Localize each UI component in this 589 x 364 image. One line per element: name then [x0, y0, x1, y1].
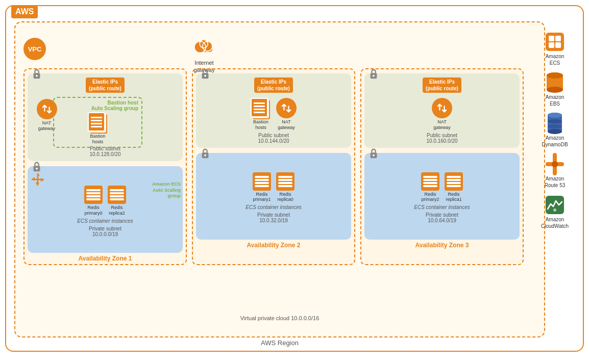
lock-icon-1 [32, 68, 42, 80]
bastion-asg-label: Bastion hostAuto Scaling group [57, 100, 138, 111]
redis-replica0: Redisreplica0 [276, 172, 294, 203]
svg-point-10 [36, 168, 38, 170]
az-label-1: Availability Zone 1 [28, 255, 183, 262]
elastic-ip-badge-2: Elastic IPs(public route) [254, 77, 293, 93]
svg-rect-24 [555, 42, 561, 48]
route53-icon [545, 154, 565, 174]
redis-primary0: Redisprimary0 [84, 186, 103, 216]
bastion-hosts-1: Bastionhosts [83, 112, 113, 145]
ecs-container-label-2: ECS container instances [200, 204, 347, 210]
svg-point-37 [552, 161, 558, 167]
private-subnet-3: Redisprimary2 Redisreplica1 [364, 153, 520, 240]
vpc-cidr-label: Virtual private cloud 10.0.0.0/16 [15, 315, 544, 321]
svg-point-28 [547, 72, 563, 79]
svg-point-32 [548, 113, 562, 118]
ecs-container-label-3: ECS container instances [369, 204, 516, 210]
svg-point-11 [37, 178, 39, 181]
svg-point-34 [548, 124, 562, 128]
service-route53: AmazonRoute 53 [545, 154, 566, 189]
ecs-label: AmazonECS [546, 53, 565, 66]
move-icon-1 [31, 172, 45, 187]
elastic-ip-badge-3: Elastic IPs(public route) [423, 77, 461, 93]
public-subnet-1: Elastic IPs(public route) Bastion hostAu… [28, 73, 183, 161]
zone-2: Elastic IPs(public route) [192, 68, 355, 265]
route53-label: AmazonRoute 53 [545, 175, 566, 189]
svg-point-15 [204, 154, 206, 156]
svg-rect-22 [555, 36, 561, 41]
cloudwatch-icon [545, 195, 565, 215]
svg-point-31 [548, 129, 562, 134]
service-ebs: AmazonEBS [545, 72, 565, 107]
redis-instances-2: Redisprimary1 Redisreplica0 [200, 172, 347, 203]
aws-logo: AWS [11, 5, 38, 18]
public-subnet-2: Elastic IPs(public route) [196, 73, 351, 148]
private-subnet-label-3: Private subnet10.0.64.0/19 [369, 212, 516, 223]
ecs-container-label-1: ECS container instances [32, 218, 179, 224]
bastion-hosts-2: Bastionhosts [251, 98, 271, 131]
svg-point-39 [553, 209, 556, 212]
nat-gateway-3: NATgateway [432, 98, 452, 131]
zone-1: Elastic IPs(public route) Bastion hostAu… [23, 68, 187, 265]
private-subnet-1: Amazon ECSAuto Scalinggroup Redisprimary [28, 166, 183, 253]
svg-point-8 [36, 75, 38, 77]
svg-point-17 [373, 75, 375, 77]
services-sidebar: AmazonECS AmazonEBS [532, 32, 578, 229]
aws-outer-container: AWS VPC Internet gateway [5, 5, 584, 352]
private-subnet-label-1: Private subnet10.0.0.0/19 [32, 226, 179, 237]
vpc-badge: VPC [23, 38, 46, 60]
service-cloudwatch: AmazonCloudWatch [541, 195, 569, 229]
cloudwatch-label: AmazonCloudWatch [541, 216, 569, 229]
public-subnet-3: Elastic IPs(public route) NATgateway Pub… [364, 73, 520, 148]
bastion-asg-box: Bastion hostAuto Scaling group [53, 97, 142, 148]
private-subnet-label-2: Private subnet10.0.32.0/19 [200, 212, 347, 223]
svg-rect-23 [549, 42, 554, 48]
ebs-icon [545, 72, 565, 93]
svg-rect-21 [549, 36, 554, 41]
svg-point-13 [204, 75, 206, 77]
aws-region-label: AWS Region [14, 339, 545, 347]
az-label-2: Availability Zone 2 [196, 242, 351, 249]
az-label-3: Availability Zone 3 [364, 242, 520, 249]
service-dynamodb: AmazonDynamoDB [542, 113, 568, 148]
svg-point-27 [547, 87, 563, 93]
svg-point-33 [548, 119, 562, 123]
public-subnet-label-2: Public subnet10.0.144.0/20 [200, 133, 347, 144]
lock-icon-priv-1 [32, 161, 42, 172]
bastion-label-1: Bastionhosts [90, 134, 105, 145]
nat-gateway-2: NATgateway [276, 98, 297, 131]
elastic-ip-badge-1: Elastic IPs(public route) [86, 77, 125, 93]
service-ecs: AmazonECS [545, 32, 565, 66]
dynamodb-label: AmazonDynamoDB [542, 135, 568, 148]
lock-icon-3 [369, 68, 379, 80]
redis-replica1: Redisreplica1 [445, 172, 463, 203]
redis-instances-3: Redisprimary2 Redisreplica1 [369, 172, 516, 203]
svg-rect-20 [546, 33, 564, 51]
dynamodb-icon [545, 113, 565, 134]
public-subnet-label-3: Public subnet10.0.160.0/20 [369, 133, 516, 144]
zone-3: Elastic IPs(public route) NATgateway Pub… [360, 68, 524, 265]
redis-primary2: Redisprimary2 [421, 172, 439, 203]
lock-icon-priv-3 [369, 148, 379, 159]
lock-icon-priv-2 [200, 148, 210, 159]
private-subnet-2: Redisprimary1 Redisreplica0 [196, 153, 351, 240]
redis-replica2: Redisreplica2 [108, 186, 126, 216]
redis-primary1: Redisprimary1 [253, 172, 271, 203]
vpc-container: VPC Internet gateway [14, 21, 545, 337]
lock-icon-2 [200, 68, 210, 80]
ecs-asg-label-1: Amazon ECSAuto Scalinggroup [152, 181, 181, 199]
zones-container: Elastic IPs(public route) Bastion hostAu… [23, 68, 524, 265]
svg-point-19 [373, 154, 375, 156]
internet-gateway: Internet gateway [184, 33, 225, 74]
ecs-icon [545, 32, 565, 52]
ebs-label: AmazonEBS [546, 94, 565, 107]
